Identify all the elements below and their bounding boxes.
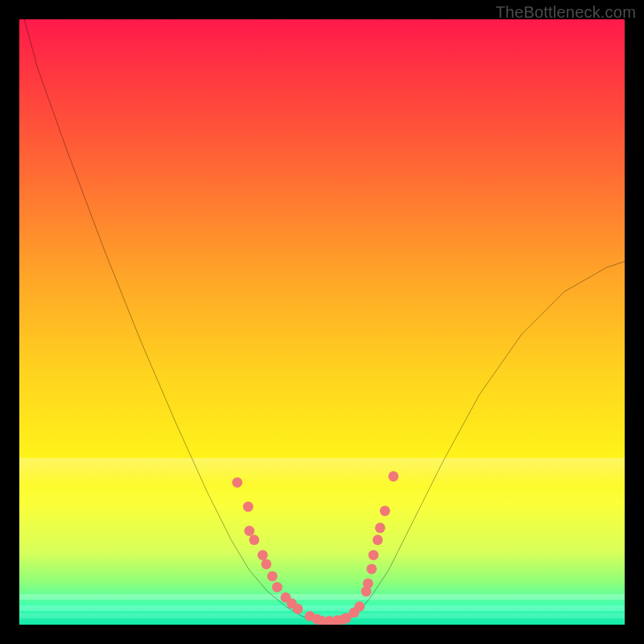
- data-marker: [369, 550, 379, 560]
- data-marker: [267, 571, 278, 581]
- data-marker: [244, 526, 254, 536]
- curve-layer: [19, 19, 625, 625]
- data-marker: [380, 506, 390, 516]
- data-marker: [375, 522, 386, 533]
- data-marker: [293, 604, 303, 614]
- data-marker: [243, 502, 254, 512]
- data-marker: [366, 564, 377, 574]
- data-marker: [388, 471, 398, 481]
- data-marker: [354, 601, 365, 612]
- data-marker: [373, 535, 383, 545]
- data-marker: [363, 578, 374, 588]
- bottleneck-curve: [19, 19, 625, 623]
- data-marker: [249, 535, 259, 545]
- data-marker: [232, 477, 242, 488]
- data-marker: [258, 550, 268, 560]
- plot-area: [19, 19, 625, 625]
- data-marker: [261, 559, 271, 569]
- marker-group: [232, 471, 398, 625]
- chart-frame: TheBottleneck.com: [0, 0, 644, 644]
- data-marker: [272, 582, 283, 592]
